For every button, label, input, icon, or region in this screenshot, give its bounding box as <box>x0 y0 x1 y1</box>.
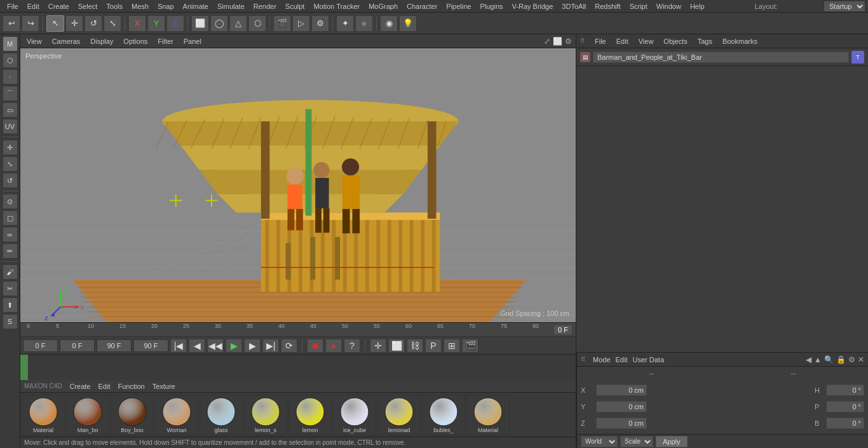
tool-loop-sel[interactable]: ∞ <box>3 227 18 242</box>
display-menu[interactable]: Display <box>88 36 116 46</box>
z-axis-button[interactable]: Z <box>166 15 184 32</box>
menu-plugins[interactable]: Plugins <box>475 1 507 11</box>
mat-create-menu[interactable]: Create <box>69 383 90 390</box>
menu-animate[interactable]: Animate <box>179 1 213 11</box>
om-file-menu[interactable]: File <box>592 36 609 46</box>
mat-edit-menu[interactable]: Edit <box>98 383 110 390</box>
options-menu[interactable]: Options <box>121 36 150 46</box>
current-frame-input[interactable] <box>60 339 95 352</box>
attr-mode-menu[interactable]: Mode <box>593 356 611 363</box>
attr-back-icon[interactable]: ◀ <box>806 355 811 364</box>
menu-script[interactable]: Script <box>625 1 652 11</box>
viewport[interactable]: X Y Z Perspective Grid Spacing : 100 cm <box>20 48 576 322</box>
attr-edit-menu[interactable]: Edit <box>616 356 628 363</box>
menu-create[interactable]: Create <box>44 1 74 11</box>
go-start-button[interactable]: |◀ <box>170 339 187 353</box>
attr-search-icon[interactable]: 🔍 <box>824 355 834 364</box>
preview-end-input[interactable] <box>133 339 168 352</box>
tool-uv[interactable]: UV <box>3 119 18 134</box>
prev-frame-button[interactable]: ◀ <box>189 339 205 353</box>
material-item-5[interactable]: lemon_s <box>244 395 287 435</box>
p-rot-input[interactable] <box>826 401 864 412</box>
om-objects-menu[interactable]: Objects <box>661 36 689 46</box>
grid-button[interactable]: ⊞ <box>444 339 460 353</box>
menu-help[interactable]: Help <box>686 1 709 11</box>
start-frame-input[interactable] <box>23 339 58 352</box>
tool-move[interactable]: ✛ <box>3 140 18 155</box>
menu-character[interactable]: Character <box>402 1 442 11</box>
material-item-1[interactable]: Man_bo <box>66 395 109 435</box>
preview-button[interactable]: P <box>425 339 442 353</box>
render-region-button[interactable]: 🎬 <box>273 15 291 32</box>
layout-selector[interactable]: Startup <box>824 1 865 12</box>
view-menu[interactable]: View <box>24 36 44 46</box>
sphere-button[interactable]: ◯ <box>210 15 228 32</box>
rotate-tool-button[interactable]: ↺ <box>85 15 102 32</box>
expand-icon[interactable]: ⤢ <box>544 37 550 46</box>
film-button[interactable]: 🎬 <box>462 339 478 353</box>
menu-render[interactable]: Render <box>249 1 281 11</box>
tool-rotate[interactable]: ↺ <box>3 173 18 188</box>
menu-simulate[interactable]: Simulate <box>213 1 249 11</box>
menu-vray[interactable]: V-Ray Bridge <box>508 1 558 11</box>
menu-pipeline[interactable]: Pipeline <box>442 1 475 11</box>
timeline-tracks[interactable] <box>20 355 576 380</box>
om-tags-menu[interactable]: Tags <box>695 36 715 46</box>
menu-motion-tracker[interactable]: Motion Tracker <box>309 1 364 11</box>
attr-fwd-icon[interactable]: ▲ <box>814 355 822 364</box>
material-item-10[interactable]: Material <box>466 395 510 435</box>
play-reverse-button[interactable]: ◀◀ <box>207 339 224 353</box>
x-pos-input[interactable] <box>596 384 647 396</box>
mat-function-menu[interactable]: Function <box>118 383 144 390</box>
cube-button[interactable]: ⬜ <box>191 15 209 32</box>
tool-brush[interactable]: 🖌 <box>3 264 18 280</box>
tool-point[interactable]: · <box>3 69 18 85</box>
tool-mesh[interactable]: ⬡ <box>3 53 18 68</box>
menu-tools[interactable]: Tools <box>102 1 127 11</box>
menu-3dtoall[interactable]: 3DToAll <box>557 1 590 11</box>
material-item-3[interactable]: Woman <box>155 395 198 435</box>
world-select[interactable]: World Object Screen <box>581 436 618 447</box>
menu-select[interactable]: Select <box>74 1 102 11</box>
render-button[interactable]: ▷ <box>292 15 310 32</box>
attr-userdata-menu[interactable]: User Data <box>633 356 665 363</box>
attr-lock-icon[interactable]: 🔒 <box>836 355 846 364</box>
next-frame-button[interactable]: ▶ <box>244 339 261 353</box>
select-tool-button[interactable]: ↖ <box>46 15 64 32</box>
y-axis-button[interactable]: Y <box>147 15 165 32</box>
tool-edge[interactable]: ⌒ <box>3 86 18 101</box>
b-rot-input[interactable] <box>826 417 864 429</box>
move-frame-button[interactable]: ✛ <box>370 339 386 353</box>
snap-settings-button[interactable]: ⟐ <box>355 15 373 32</box>
cylinder-button[interactable]: ⬡ <box>248 15 266 32</box>
scale-tool-button[interactable]: ⤡ <box>104 15 121 32</box>
auto-key-button[interactable]: ● <box>325 339 342 353</box>
menu-snap[interactable]: Snap <box>153 1 179 11</box>
menu-redshift[interactable]: Redshift <box>590 1 625 11</box>
camera-button[interactable]: ◉ <box>380 15 398 32</box>
menu-sculpt[interactable]: Sculpt <box>281 1 309 11</box>
attr-settings-icon[interactable]: ⚙ <box>848 355 855 364</box>
x-axis-button[interactable]: X <box>128 15 146 32</box>
key-button[interactable]: ? <box>344 339 360 353</box>
tool-scale[interactable]: ⤡ <box>3 156 18 172</box>
cameras-menu[interactable]: Cameras <box>50 36 83 46</box>
material-item-6[interactable]: lemon <box>288 395 332 435</box>
tool-knife[interactable]: ✂ <box>3 281 18 296</box>
panel-menu[interactable]: Panel <box>181 36 204 46</box>
tool-live-sel[interactable]: ⊙ <box>3 194 18 209</box>
apply-button[interactable]: Apply <box>656 436 688 447</box>
tool-extrude[interactable]: ⬆ <box>3 297 18 313</box>
snap-button[interactable]: ✦ <box>336 15 354 32</box>
object-name-input[interactable] <box>593 51 849 63</box>
redo-button[interactable]: ↪ <box>22 15 39 32</box>
maximize-icon[interactable]: ⬜ <box>553 37 562 46</box>
object-list-area[interactable] <box>576 66 868 352</box>
menu-window[interactable]: Window <box>652 1 686 11</box>
move-tool-button[interactable]: ✛ <box>65 15 83 32</box>
settings-icon[interactable]: ⚙ <box>565 37 572 46</box>
material-item-9[interactable]: bubles_ <box>422 395 465 435</box>
menu-edit[interactable]: Edit <box>23 1 44 11</box>
filter-menu[interactable]: Filter <box>155 36 175 46</box>
cone-button[interactable]: △ <box>229 15 247 32</box>
